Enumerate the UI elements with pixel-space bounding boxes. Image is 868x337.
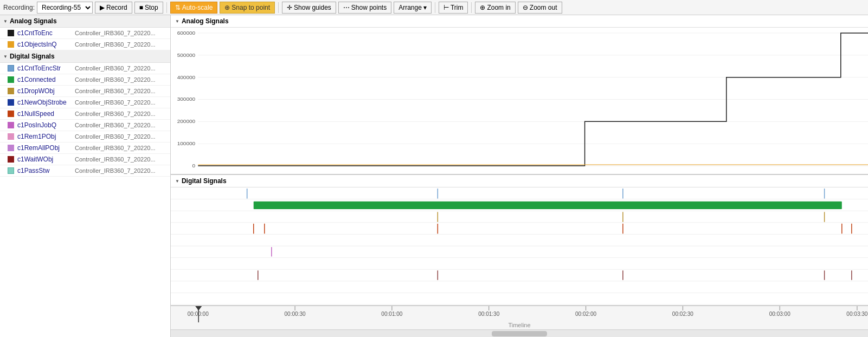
svg-text:00:00:30: 00:00:30	[285, 311, 306, 317]
digital-source-4: Controller_IRB360_7_20220...	[75, 111, 156, 117]
analog-name-0: c1CntToEnc	[17, 29, 72, 37]
svg-text:100000: 100000	[177, 140, 196, 146]
points-icon: ⋯	[343, 4, 350, 11]
digital-color-6	[8, 133, 14, 140]
svg-text:00:03:30: 00:03:30	[846, 311, 868, 317]
record-button[interactable]: ▶ Record	[95, 2, 132, 14]
divider-1	[166, 2, 167, 13]
digital-signals-title: Digital Signals	[10, 53, 55, 60]
analog-signal-row-0[interactable]: c1CntToEnc Controller_IRB360_7_20220...	[0, 28, 170, 39]
scroll-thumb[interactable]	[492, 331, 548, 336]
auto-scale-icon: ⇅	[175, 4, 181, 11]
svg-text:400000: 400000	[177, 74, 196, 80]
divider-4	[471, 2, 472, 13]
digital-color-9	[8, 167, 14, 174]
digital-color-0	[8, 65, 14, 72]
digital-name-8: c1WaitWObj	[17, 155, 72, 163]
divider-3	[435, 2, 435, 13]
digital-signal-row-3[interactable]: c1NewObjStrobe Controller_IRB360_7_20220…	[0, 97, 170, 108]
svg-marker-62	[195, 306, 202, 310]
analog-source-1: Controller_IRB360_7_20220...	[75, 41, 156, 48]
digital-chart-title: ▼ Digital Signals	[171, 175, 868, 187]
snap-icon: ⊕	[224, 4, 230, 11]
analog-name-1: c1ObjectsInQ	[17, 41, 72, 48]
zoom-in-button[interactable]: ⊕ Zoom in	[475, 2, 515, 14]
digital-color-2	[8, 88, 14, 94]
svg-text:00:00:00: 00:00:00	[188, 311, 209, 317]
record-play-icon: ▶	[100, 4, 105, 11]
right-panel: ▼ Analog Signals 600000 500000 400000	[171, 15, 868, 337]
analog-chart-container: ▼ Analog Signals 600000 500000 400000	[171, 15, 868, 175]
digital-name-1: c1Connected	[17, 76, 72, 83]
show-points-button[interactable]: ⋯ Show points	[338, 2, 391, 14]
digital-signal-row-6[interactable]: c1Rem1PObj Controller_IRB360_7_20220...	[0, 131, 170, 142]
analog-chart-title: ▼ Analog Signals	[171, 15, 868, 28]
digital-source-1: Controller_IRB360_7_20220...	[75, 76, 156, 83]
digital-signal-row-5[interactable]: c1PosInJobQ Controller_IRB360_7_20220...	[0, 120, 170, 131]
analog-signals-header: ▼ Analog Signals	[0, 15, 170, 28]
svg-text:600000: 600000	[177, 30, 196, 36]
digital-source-9: Controller_IRB360_7_20220...	[75, 167, 156, 174]
svg-text:500000: 500000	[177, 52, 196, 58]
digital-signal-row-7[interactable]: c1RemAllPObj Controller_IRB360_7_20220..…	[0, 142, 170, 154]
digital-signal-row-2[interactable]: c1DropWObj Controller_IRB360_7_20220...	[0, 86, 170, 97]
svg-text:00:02:00: 00:02:00	[575, 311, 597, 317]
auto-scale-button[interactable]: ⇅ Auto-scale	[170, 2, 218, 14]
digital-signal-row-4[interactable]: c1NullSpeed Controller_IRB360_7_20220...	[0, 108, 170, 120]
digital-name-2: c1DropWObj	[17, 87, 72, 95]
digital-source-3: Controller_IRB360_7_20220...	[75, 99, 156, 106]
svg-text:300000: 300000	[177, 96, 196, 102]
digital-color-4	[8, 111, 14, 117]
main-layout: ▼ Analog Signals c1CntToEnc Controller_I…	[0, 15, 868, 337]
bottom-scrollbar[interactable]	[171, 329, 868, 337]
svg-text:0: 0	[192, 163, 196, 168]
stop-icon: ■	[139, 4, 143, 11]
digital-source-5: Controller_IRB360_7_20220...	[75, 122, 156, 128]
analog-chart-content: 600000 500000 400000 300000 200000 10000…	[171, 28, 868, 173]
digital-signal-row-9[interactable]: c1PassStw Controller_IRB360_7_20220...	[0, 165, 170, 177]
zoom-out-button[interactable]: ⊖ Zoom out	[518, 2, 562, 14]
trim-icon: ⊢	[443, 4, 449, 11]
digital-collapse-icon[interactable]: ▼	[3, 54, 8, 59]
digital-name-0: c1CntToEncStr	[17, 64, 72, 72]
svg-text:200000: 200000	[177, 118, 196, 124]
analog-collapse-icon[interactable]: ▼	[3, 19, 8, 24]
digital-source-6: Controller_IRB360_7_20220...	[75, 133, 156, 140]
digital-chart-label: Digital Signals	[182, 177, 227, 185]
digital-name-4: c1NullSpeed	[17, 110, 72, 118]
digital-name-6: c1Rem1PObj	[17, 133, 72, 140]
digital-signal-row-0[interactable]: c1CntToEncStr Controller_IRB360_7_20220.…	[0, 63, 170, 74]
digital-name-7: c1RemAllPObj	[17, 144, 72, 152]
digital-name-9: c1PassStw	[17, 167, 72, 174]
snap-to-point-button[interactable]: ⊕ Snap to point	[220, 2, 275, 14]
analog-signals-title: Analog Signals	[10, 17, 57, 25]
stop-button[interactable]: ■ Stop	[134, 2, 163, 14]
zoom-out-icon: ⊖	[523, 4, 528, 11]
svg-text:00:02:30: 00:02:30	[672, 311, 694, 317]
timeline: 00:00:00 00:00:30 00:01:00 00:01:30 00:0…	[171, 306, 868, 329]
analog-color-1	[8, 41, 14, 48]
svg-text:00:01:30: 00:01:30	[478, 311, 500, 317]
digital-color-7	[8, 145, 14, 151]
trim-button[interactable]: ⊢ Trim	[439, 2, 468, 14]
digital-chart-collapse-icon[interactable]: ▼	[175, 179, 179, 184]
digital-signal-row-1[interactable]: c1Connected Controller_IRB360_7_20220...	[0, 74, 170, 86]
toolbar: Recording: Recording-55 ▶ Record ■ Stop …	[0, 0, 868, 15]
arrange-dropdown-icon: ▾	[423, 4, 427, 11]
analog-signal-row-1[interactable]: c1ObjectsInQ Controller_IRB360_7_20220..…	[0, 39, 170, 50]
analog-chart-collapse-icon[interactable]: ▼	[175, 19, 179, 24]
analog-color-0	[8, 30, 14, 36]
digital-name-5: c1PosInJobQ	[17, 121, 72, 129]
left-panel: ▼ Analog Signals c1CntToEnc Controller_I…	[0, 15, 171, 337]
digital-color-8	[8, 156, 14, 163]
digital-source-2: Controller_IRB360_7_20220...	[75, 88, 156, 94]
svg-text:00:01:00: 00:01:00	[381, 311, 403, 317]
show-guides-button[interactable]: ✛ Show guides	[282, 2, 336, 14]
digital-color-1	[8, 76, 14, 83]
arrange-button[interactable]: Arrange ▾	[394, 2, 432, 14]
digital-chart-svg	[171, 187, 868, 304]
digital-chart-content	[171, 187, 868, 304]
analog-chart-svg: 600000 500000 400000 300000 200000 10000…	[171, 28, 868, 173]
recording-select[interactable]: Recording-55	[37, 2, 93, 14]
digital-signal-row-8[interactable]: c1WaitWObj Controller_IRB360_7_20220...	[0, 154, 170, 165]
